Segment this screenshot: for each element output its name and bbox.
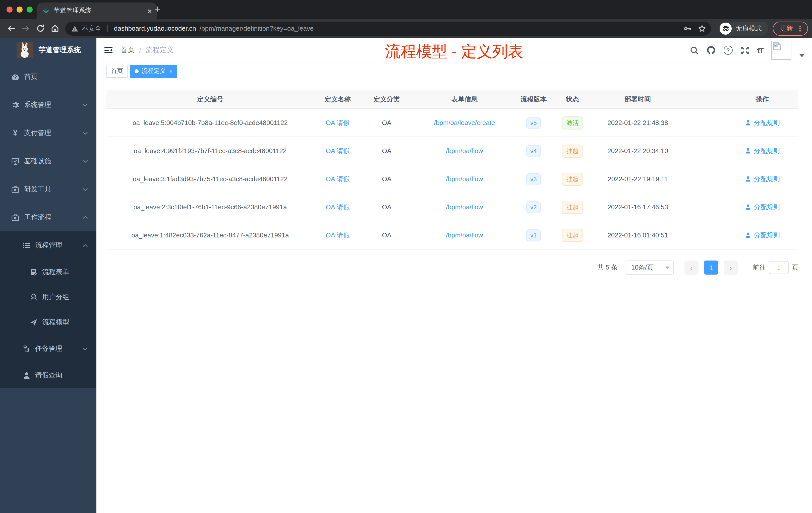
chevron-down-icon — [82, 348, 88, 351]
security-warning-icon[interactable] — [71, 25, 78, 32]
dashboard-gauge-icon — [11, 72, 20, 81]
sidebar-logo-row[interactable]: 芋道管理系统 — [0, 38, 96, 63]
font-size-icon[interactable]: tT — [757, 46, 763, 55]
version-badge: v5 — [526, 117, 541, 129]
zoom-window-button[interactable] — [27, 6, 33, 12]
assign-rule-link[interactable]: 分配规则 — [745, 118, 780, 127]
browser-update-menu-button[interactable]: 更新 ⋮ — [773, 21, 808, 35]
tab-title: 芋道管理系统 — [54, 6, 144, 15]
assign-rule-link[interactable]: 分配规则 — [745, 146, 780, 155]
assign-rule-link[interactable]: 分配规则 — [745, 231, 780, 240]
sidebar-item-leave-query[interactable]: 请假查询 — [0, 363, 96, 388]
assign-rule-link[interactable]: 分配规则 — [745, 203, 780, 212]
cell-category: OA — [361, 221, 412, 249]
sidebar-fold-icon[interactable] — [104, 46, 113, 54]
sidebar-item-label: 研发工具 — [24, 185, 51, 194]
tag-home[interactable]: 首页 — [107, 64, 127, 78]
prev-page-button[interactable]: ‹ — [685, 261, 698, 275]
chevron-down-icon — [82, 160, 88, 163]
reload-icon[interactable] — [33, 21, 48, 36]
tags-view-bar: 首页 流程定义 × — [96, 63, 812, 79]
goto-page-input[interactable] — [769, 261, 789, 274]
sidebar-item-task-mgmt[interactable]: 任务管理 — [0, 335, 96, 363]
forward-icon[interactable] — [19, 21, 33, 36]
sidebar-item-label: 流程模型 — [42, 318, 69, 327]
search-icon[interactable] — [690, 46, 698, 55]
breadcrumb: 首页 / 流程定义 — [120, 46, 174, 55]
cell-filler — [680, 165, 726, 193]
definition-table: 定义编号 定义名称 定义分类 表单信息 流程版本 状态 部署时间 操作 oa_l… — [107, 90, 799, 249]
github-icon[interactable] — [706, 46, 716, 55]
window-controls[interactable] — [6, 6, 33, 12]
status-badge: 挂起 — [562, 229, 583, 242]
breadcrumb-separator: / — [139, 46, 141, 54]
new-tab-button[interactable]: + — [155, 4, 161, 14]
definition-name-link[interactable]: OA 请假 — [326, 118, 349, 127]
form-info-link[interactable]: /bpm/oa/leave/create — [434, 119, 495, 126]
sidebar-item-user-group[interactable]: 用户分组 — [0, 284, 96, 310]
cell-deploy-time: 2022-01-16 01:40:51 — [595, 221, 680, 249]
chevron-down-icon — [665, 266, 669, 269]
form-info-link[interactable]: /bpm/oa/flow — [446, 175, 483, 183]
key-icon[interactable] — [684, 24, 692, 32]
sidebar-item-workflow[interactable]: 工作流程 — [0, 203, 96, 232]
url-path[interactable]: /bpm/manager/definition?key=oa_leave — [200, 25, 314, 32]
bookmark-star-icon[interactable] — [698, 24, 706, 32]
form-info-link[interactable]: /bpm/oa/flow — [446, 232, 483, 239]
sidebar-item-payment[interactable]: ¥ 支付管理 — [0, 119, 96, 147]
chevron-down-icon — [82, 103, 88, 107]
security-label[interactable]: 不安全 — [82, 24, 102, 33]
col-header-status: 状态 — [550, 90, 595, 109]
definition-name-link[interactable]: OA 请假 — [326, 203, 349, 212]
table-row: oa_leave:1:482ec033-762a-11ec-8477-a2380… — [107, 221, 799, 249]
help-icon[interactable]: ? — [724, 46, 733, 55]
form-info-link[interactable]: /bpm/oa/flow — [446, 147, 483, 155]
tag-close-icon[interactable]: × — [169, 68, 173, 74]
table-row: oa_leave:4:991f2193-7b7f-11ec-a3c8-acde4… — [107, 137, 799, 165]
sidebar-item-label: 首页 — [24, 72, 38, 81]
fullscreen-icon[interactable] — [741, 46, 749, 55]
monitor-icon — [11, 157, 20, 165]
sidebar-item-home[interactable]: 首页 — [0, 63, 96, 91]
sidebar: 芋道管理系统 首页 系统管理 ¥ 支付管理 — [0, 38, 96, 513]
sidebar-item-process-mgmt[interactable]: 流程管理 — [0, 232, 96, 260]
status-badge: 挂起 — [562, 201, 583, 214]
address-bar[interactable]: 不安全 dashboard.yudao.iocoder.cn/bpm/manag… — [65, 21, 711, 35]
header-actions: ? tT — [690, 41, 805, 60]
status-badge: 挂起 — [562, 173, 583, 185]
back-icon[interactable] — [4, 21, 19, 36]
browser-tab[interactable]: 芋道管理系统 × — [37, 2, 157, 19]
definition-name-link[interactable]: OA 请假 — [326, 231, 349, 240]
url-domain[interactable]: dashboard.yudao.iocoder.cn — [114, 25, 196, 32]
definition-name-link[interactable]: OA 请假 — [326, 146, 349, 155]
pagination-goto: 前往 页 — [753, 261, 799, 274]
current-page-button[interactable]: 1 — [704, 261, 718, 275]
tag-process-definition[interactable]: 流程定义 × — [130, 64, 177, 78]
user-avatar-broken-image[interactable] — [771, 41, 791, 60]
cell-definition-id: oa_leave:4:991f2193-7b7f-11ec-a3c8-acde4… — [107, 137, 314, 164]
sidebar-item-devtools[interactable]: 研发工具 — [0, 175, 96, 203]
sidebar-item-system[interactable]: 系统管理 — [0, 91, 96, 119]
browser-toolbar: 不安全 dashboard.yudao.iocoder.cn/bpm/manag… — [0, 19, 812, 38]
incognito-icon — [720, 22, 732, 34]
avatar-dropdown-caret-icon[interactable] — [800, 54, 805, 57]
sidebar-item-label: 工作流程 — [24, 213, 51, 222]
sidebar-item-infra[interactable]: 基础设施 — [0, 147, 96, 175]
tab-close-icon[interactable]: × — [148, 7, 152, 15]
sidebar-item-process-model[interactable]: 流程模型 — [0, 310, 96, 335]
home-icon[interactable] — [48, 21, 62, 36]
col-header-action: 操作 — [726, 90, 799, 109]
app-root: 芋道管理系统 × + 不安全 d — [0, 0, 812, 513]
update-label[interactable]: 更新 — [780, 24, 793, 33]
close-window-button[interactable] — [6, 6, 12, 12]
next-page-button[interactable]: › — [724, 261, 738, 275]
sidebar-item-process-form[interactable]: 流程表单 — [0, 260, 96, 284]
assign-rule-link[interactable]: 分配规则 — [745, 175, 780, 183]
form-info-link[interactable]: /bpm/oa/flow — [446, 203, 483, 211]
breadcrumb-home[interactable]: 首页 — [120, 46, 135, 55]
kebab-menu-icon[interactable]: ⋮ — [796, 24, 804, 32]
incognito-label: 无痕模式 — [736, 24, 762, 33]
page-size-select[interactable]: 10条/页 — [625, 261, 674, 275]
definition-name-link[interactable]: OA 请假 — [326, 175, 349, 183]
minimize-window-button[interactable] — [17, 6, 23, 12]
